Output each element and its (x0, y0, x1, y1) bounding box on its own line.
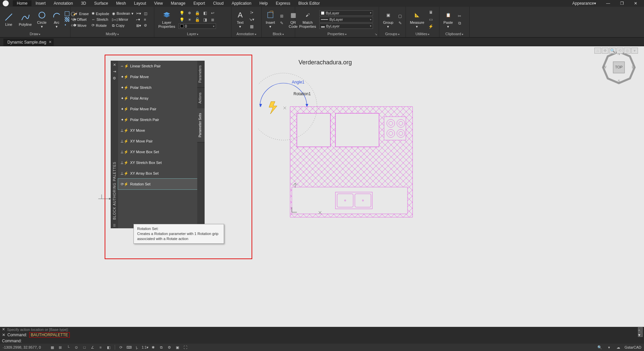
move-button[interactable]: ✥ Move (72, 23, 90, 28)
selection-cycle-icon[interactable]: ⟳ (118, 344, 124, 350)
edit-block-icon[interactable]: ✎ (278, 20, 285, 26)
trim-icon[interactable]: ✂▾ (136, 11, 142, 16)
command-scroll-down-icon[interactable]: ▾ (638, 332, 643, 337)
rotate-button[interactable]: ⟳ Rotate (91, 23, 110, 28)
linetype-dropdown[interactable]: ━━━ ByLayer▾ (319, 17, 373, 22)
erase-button[interactable]: 🧹 Erase (72, 11, 90, 16)
explode-button[interactable]: ✱ Explode (91, 11, 110, 16)
hatch-icon[interactable] (65, 17, 69, 22)
cut-icon[interactable]: ✂ (456, 13, 463, 19)
palette-autohide-icon[interactable]: ⇥ (112, 69, 117, 74)
nav-zoom-icon[interactable]: 🔍 (609, 48, 616, 54)
panel-annotation-title[interactable]: Annotation (233, 31, 259, 36)
nav-home-icon[interactable]: ⌂ (594, 48, 601, 54)
menu-manage[interactable]: Manage (167, 0, 189, 6)
offset-button[interactable]: ⎘ Offset (72, 17, 90, 22)
nav-steer-icon[interactable]: ◎ (624, 48, 631, 54)
magnifier-icon[interactable]: 🔍 (596, 344, 603, 350)
hardware-accel-icon[interactable]: ⚙ (166, 344, 173, 350)
layer-properties-button[interactable]: Layer Properties (156, 10, 177, 29)
layer-match-icon[interactable]: ◨ (202, 17, 208, 23)
measure-button[interactable]: 📐Measure▾ (408, 10, 426, 29)
copy-clip-icon[interactable]: ⧉ (456, 20, 463, 26)
transparency-icon[interactable]: ◧ (105, 344, 112, 350)
properties-dialog-icon[interactable]: ↘ (375, 33, 377, 36)
array-icon[interactable]: ⊞▾ (136, 23, 142, 28)
circle-button[interactable]: Circle▾ (35, 10, 49, 29)
quickselect-icon[interactable]: ⚡ (428, 23, 434, 30)
palette-props-icon[interactable]: ⠿ (112, 224, 117, 228)
create-block-icon[interactable]: ⊞ (278, 13, 285, 19)
rectangle-icon[interactable] (65, 11, 69, 16)
command-close-icon[interactable]: ✕ (2, 327, 5, 332)
menu-block-editor[interactable]: Block Editor (294, 0, 324, 6)
palette-item[interactable]: ⊥⚡XY Move (118, 125, 197, 136)
layer-off-icon[interactable]: 💡 (178, 10, 185, 16)
app-icon[interactable] (3, 0, 9, 6)
palette-item[interactable]: ✦⚡Polar Move Pair (118, 104, 197, 114)
palette-item[interactable]: ↔⚡Linear Stretch Pair (118, 61, 197, 71)
snap-mode-icon[interactable]: ⊞ (57, 344, 64, 350)
window-minimize-icon[interactable]: — (602, 0, 614, 6)
palette-item-rotation-set[interactable]: ⟳⚡Rotation Set (118, 179, 197, 189)
point-icon[interactable]: • (65, 23, 69, 27)
scale-dropdown[interactable]: 1:1 ▾ (142, 344, 149, 350)
layer-iso-icon[interactable]: ◧ (202, 10, 208, 16)
anno-scale-icon[interactable]: ⍼ (134, 344, 141, 350)
palette-tab-parameter-sets[interactable]: Parameter Sets (197, 108, 205, 142)
select-icon[interactable]: ▭ (428, 16, 434, 22)
palette-tab-actions[interactable]: Actions (197, 88, 205, 109)
menu-application[interactable]: Application (228, 0, 256, 6)
layer-dropdown[interactable]: 0▾ (178, 23, 216, 29)
file-tab[interactable]: Dynamic Sample.dwg✕ (3, 39, 54, 46)
palette-item[interactable]: ✦⚡Polar Move (118, 71, 197, 82)
layer-thaw-icon[interactable]: ☀ (186, 17, 193, 23)
menu-surface[interactable]: Surface (90, 0, 112, 6)
match-properties-button[interactable]: 🖌Match Properties (297, 10, 318, 29)
menu-help[interactable]: Help (255, 0, 272, 6)
panel-draw-title[interactable]: Draw (2, 31, 68, 36)
anno-visibility-icon[interactable]: ✱ (150, 344, 157, 350)
ungroup-icon[interactable]: ▢ (397, 13, 404, 19)
fillet-icon[interactable]: ⌐▾ (136, 17, 142, 22)
osnap-icon[interactable]: □ (81, 344, 88, 350)
layer-prev-icon[interactable]: ↩ (209, 10, 216, 16)
menu-appearance[interactable]: Appearance▾ (568, 0, 600, 6)
lineweight-dropdown[interactable]: ▬ ByLayer▾ (319, 23, 373, 29)
layer-freeze-icon[interactable]: ❄ (186, 10, 193, 16)
palette-item[interactable]: ✦⚡Polar Array (118, 93, 197, 104)
leader-icon[interactable]: ↘▾ (248, 16, 255, 22)
command-close-icon-2[interactable]: ✕ (2, 333, 5, 337)
menu-export[interactable]: Export (190, 0, 209, 6)
palette-close-icon[interactable]: ✕ (112, 63, 117, 67)
command-input[interactable] (24, 338, 642, 343)
menu-home[interactable]: Home (13, 0, 32, 6)
viewcube[interactable]: TOP N E S W (600, 49, 637, 86)
insert-button[interactable]: Insert▾ (264, 10, 277, 29)
otrack-icon[interactable]: ∠ (89, 344, 96, 350)
panel-utilities-title[interactable]: Utilities (408, 31, 437, 36)
boolean-button[interactable]: ◉ Boolean▾ (111, 11, 134, 16)
color-dropdown[interactable]: ByLayer▾ (319, 10, 373, 16)
menu-mesh[interactable]: Mesh (112, 0, 130, 6)
layer-lock-icon[interactable]: 🔒 (194, 10, 201, 16)
group-button[interactable]: ▣Group▾ (381, 10, 395, 29)
nav-pan-icon[interactable]: ✥ (602, 48, 608, 54)
menu-express[interactable]: Express (272, 0, 294, 6)
panel-modify-title[interactable]: Modify (72, 31, 152, 36)
mirror-button[interactable]: ▷◁ Mirror (111, 17, 134, 22)
dimension-icon[interactable]: ⟟▾ (248, 9, 255, 15)
layer-on-icon[interactable]: 💡 (178, 17, 185, 23)
line-button[interactable]: Line (2, 12, 15, 27)
arc-button[interactable]: Arc▾ (50, 10, 63, 29)
command-scroll-up-icon[interactable]: ▴ (638, 327, 643, 332)
lineweight-icon[interactable]: ≡ (97, 344, 104, 350)
stretch-button[interactable]: ↔ Stretch (91, 17, 110, 22)
layer-walk-icon[interactable]: ≣ (209, 17, 216, 23)
menu-annotation[interactable]: Annotation (50, 0, 77, 6)
customize-icon[interactable]: ▾ (606, 344, 612, 350)
panel-layer-title[interactable]: Layer (156, 31, 229, 36)
palette-item[interactable]: ✦⚡Polar Stretch Pair (118, 114, 197, 125)
polyline-button[interactable]: Polyline (17, 12, 34, 27)
cloud-icon[interactable]: ☁ (615, 344, 622, 350)
